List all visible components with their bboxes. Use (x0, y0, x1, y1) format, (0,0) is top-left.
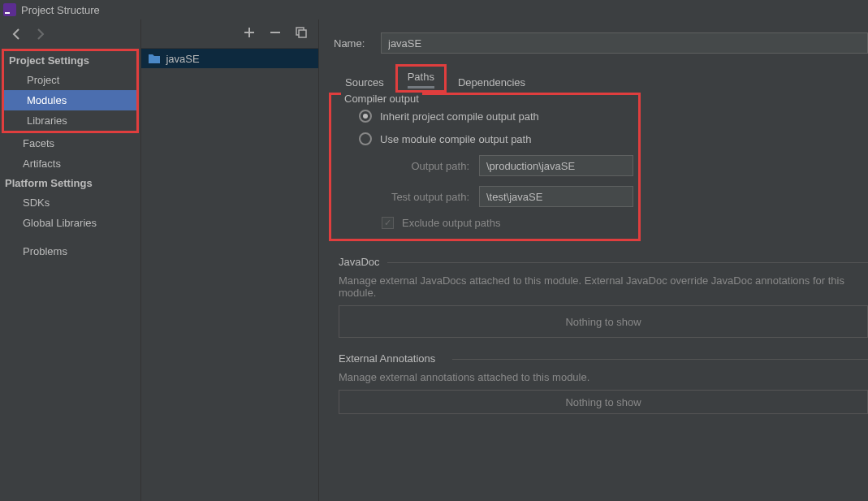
exclude-paths-label: Exclude output paths (402, 217, 500, 229)
sidebar-item-libraries[interactable]: Libraries (4, 110, 136, 131)
sidebar-item-modules[interactable]: Modules (4, 90, 136, 110)
sidebar-item-sdks[interactable]: SDKs (0, 192, 140, 213)
ext-annotations-desc: Manage external annotations attached to … (339, 371, 868, 383)
radio-module[interactable] (359, 132, 372, 145)
back-button[interactable] (10, 27, 24, 41)
remove-module-button[interactable] (270, 27, 281, 41)
test-output-path-row: Test output path: (336, 181, 633, 212)
ext-annotations-empty: Nothing to show (339, 390, 868, 414)
section-platform-settings: Platform Settings (0, 174, 140, 192)
window-title: Project Structure (21, 4, 100, 16)
tab-dependencies[interactable]: Dependencies (447, 71, 537, 93)
highlight-box-compiler: Compiler output Inherit project compile … (329, 93, 641, 241)
nav-history (0, 19, 140, 49)
javadoc-desc: Manage external JavaDocs attached to thi… (339, 274, 868, 299)
titlebar: Project Structure (0, 0, 868, 19)
module-toolbar (141, 19, 318, 49)
module-folder-icon (148, 53, 161, 64)
sidebar-item-artifacts[interactable]: Artifacts (0, 153, 140, 174)
module-item-javase[interactable]: javaSE (141, 49, 318, 68)
svg-rect-3 (299, 30, 306, 37)
exclude-paths-checkbox[interactable] (382, 217, 394, 229)
forward-button[interactable] (32, 27, 47, 41)
sidebar-item-problems[interactable]: Problems (0, 241, 140, 261)
compiler-output-title: Compiler output (341, 93, 422, 105)
tab-sources[interactable]: Sources (334, 71, 395, 93)
paths-content: Compiler output Inherit project compile … (319, 93, 868, 414)
tab-paths[interactable]: Paths (408, 69, 434, 89)
highlight-box-sidebar: Project Settings Project Modules Librari… (2, 49, 139, 133)
output-path-input[interactable] (479, 155, 633, 176)
add-module-button[interactable] (244, 27, 255, 41)
copy-module-button[interactable] (296, 27, 307, 41)
module-detail-panel: Name: Sources Paths Dependencies Compile… (319, 19, 868, 501)
module-name-input[interactable] (381, 32, 868, 54)
ext-annotations-empty-text: Nothing to show (565, 396, 641, 408)
name-label: Name: (334, 37, 381, 50)
ext-annotations-title: External Annotations (339, 352, 868, 365)
radio-module-row[interactable]: Use module compile output path (336, 127, 633, 150)
module-name-label: javaSE (166, 53, 199, 65)
output-path-label: Output path: (359, 160, 479, 172)
svg-rect-0 (3, 3, 16, 16)
svg-rect-1 (5, 12, 10, 14)
javadoc-title: JavaDoc (339, 256, 868, 268)
sidebar-item-project[interactable]: Project (4, 70, 136, 90)
output-path-row: Output path: (336, 150, 633, 181)
exclude-paths-row[interactable]: Exclude output paths (336, 212, 633, 234)
radio-module-label: Use module compile output path (380, 133, 531, 145)
radio-inherit-label: Inherit project compile output path (380, 110, 539, 123)
sidebar-item-facets[interactable]: Facets (0, 133, 140, 153)
highlight-box-tab: Paths (395, 64, 447, 93)
test-output-path-input[interactable] (479, 186, 633, 207)
external-annotations-section: External Annotations Manage external ann… (339, 352, 868, 414)
app-logo-icon (3, 3, 16, 16)
module-tabs: Sources Paths Dependencies (319, 65, 868, 93)
name-row: Name: (319, 28, 868, 58)
section-project-settings: Project Settings (4, 51, 136, 70)
main-layout: Project Settings Project Modules Librari… (0, 19, 868, 501)
radio-inherit-row[interactable]: Inherit project compile output path (336, 105, 633, 127)
javadoc-empty: Nothing to show (339, 305, 868, 338)
test-output-path-label: Test output path: (359, 191, 479, 203)
left-panel: Project Settings Project Modules Librari… (0, 19, 141, 501)
javadoc-section: JavaDoc Manage external JavaDocs attache… (339, 256, 868, 338)
javadoc-empty-text: Nothing to show (565, 316, 641, 328)
radio-inherit[interactable] (359, 110, 372, 123)
sidebar-item-global-libraries[interactable]: Global Libraries (0, 213, 140, 233)
module-list-panel: javaSE (141, 19, 319, 501)
